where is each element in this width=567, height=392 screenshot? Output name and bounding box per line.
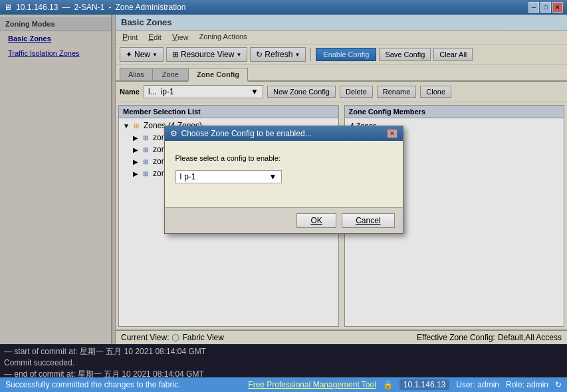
title-bar: 🖥 10.1.146.13 — 2-SAN-1 - Zone Administr…: [0, 0, 567, 15]
title-dash: -: [108, 3, 111, 12]
bottom-message: Successfully committed the changes to th…: [5, 380, 180, 389]
modal-title-text: Choose Zone Config to be enabled...: [181, 129, 312, 138]
log-line-2: Commit succeeded.: [4, 357, 563, 369]
title-appname: 2-SAN-1: [74, 3, 104, 12]
modal-cancel-button[interactable]: Cancel: [342, 213, 394, 228]
modal-overlay: ⚙ Choose Zone Config to be enabled... ✕ …: [0, 15, 567, 344]
minimize-button[interactable]: ─: [528, 2, 539, 13]
pro-tool-link[interactable]: Free Professional Management Tool: [248, 380, 376, 389]
maximize-button[interactable]: □: [540, 2, 551, 13]
title-window: Zone Administration: [115, 3, 185, 12]
bottom-lock-icon: 🔒: [383, 380, 393, 389]
bottom-ip: 10.1.146.13: [399, 379, 449, 390]
bottom-user: User: admin: [456, 380, 499, 389]
bottom-status-right: Free Professional Management Tool 🔒 10.1…: [248, 379, 562, 390]
bottom-status-bar: Successfully committed the changes to th…: [0, 377, 567, 392]
modal-ok-button[interactable]: OK: [296, 213, 336, 228]
modal-cancel-label: Cancel: [356, 216, 380, 225]
modal-body: Please select a config to enable: l p-1 …: [165, 141, 403, 207]
log-line-1: --- start of commit at: 星期一 五月 10 2021 0…: [4, 346, 563, 357]
modal-footer: OK Cancel: [165, 207, 403, 233]
log-line-3: --- end of commit at: 星期一 五月 10 2021 08:…: [4, 369, 563, 377]
modal-title-bar: ⚙ Choose Zone Config to be enabled... ✕: [165, 126, 403, 141]
app-icon: 🖥: [4, 3, 12, 12]
modal-ok-label: OK: [310, 216, 322, 225]
window-controls: ─ □ ✕: [528, 2, 563, 13]
modal-close-button[interactable]: ✕: [387, 129, 397, 138]
title-ip: 10.1.146.13: [16, 3, 58, 12]
modal-config-select[interactable]: l p-1 ▼: [175, 170, 282, 183]
close-button[interactable]: ✕: [552, 2, 563, 13]
title-bar-text: 🖥 10.1.146.13 — 2-SAN-1 - Zone Administr…: [4, 3, 185, 12]
modal-select-arrow: ▼: [269, 172, 277, 181]
modal-dialog-icon: ⚙: [170, 129, 177, 138]
modal-body-label: Please select a config to enable:: [175, 154, 392, 162]
modal-dialog: ⚙ Choose Zone Config to be enabled... ✕ …: [164, 126, 403, 234]
modal-title-left: ⚙ Choose Zone Config to be enabled...: [170, 129, 312, 138]
modal-select-value: p-1: [181, 172, 269, 181]
modal-input-row: l p-1 ▼: [175, 170, 392, 183]
refresh-bottom-icon[interactable]: ↻: [555, 380, 562, 389]
log-area: --- start of commit at: 星期一 五月 10 2021 0…: [0, 344, 567, 377]
title-separator: —: [62, 3, 70, 12]
bottom-role: Role: admin: [506, 380, 548, 389]
